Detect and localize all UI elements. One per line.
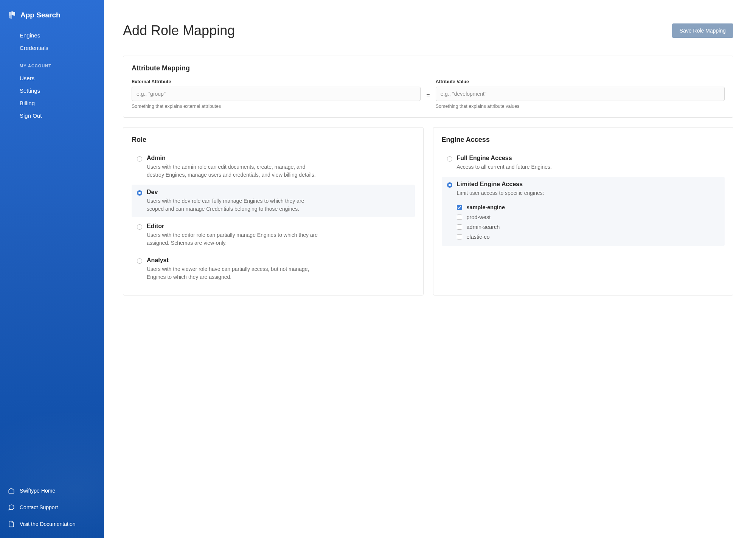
- nav-item-credentials[interactable]: Credentials: [0, 42, 104, 54]
- checkbox-icon: [457, 205, 462, 210]
- nav-item-engines[interactable]: Engines: [0, 29, 104, 42]
- panel-title: Role: [132, 136, 415, 144]
- external-attribute-label: External Attribute: [132, 79, 421, 84]
- engine-access-option-full[interactable]: Full Engine AccessAccess to all current …: [442, 151, 725, 175]
- role-name: Editor: [147, 223, 410, 230]
- engine-access-option-limited[interactable]: Limited Engine AccessLimit user access t…: [442, 177, 725, 246]
- attribute-mapping-panel: Attribute Mapping External Attribute Som…: [123, 56, 733, 118]
- checkbox-icon: [457, 215, 462, 220]
- main-content: Add Role Mapping Save Role Mapping Attri…: [104, 0, 756, 538]
- nav-item-signout[interactable]: Sign Out: [0, 109, 104, 122]
- brand-name: App Search: [20, 11, 61, 19]
- nav-account-section: MY ACCOUNT Users Settings Billing Sign O…: [0, 64, 104, 122]
- external-attribute-help: Something that explains external attribu…: [132, 104, 421, 109]
- access-desc: Access to all current and future Engines…: [457, 163, 631, 171]
- attribute-value-help: Something that explains attribute values: [436, 104, 725, 109]
- radio-icon: [447, 182, 452, 188]
- engine-label: prod-west: [467, 214, 491, 220]
- role-name: Analyst: [147, 257, 410, 264]
- sidebar-bottom-links: Swiftype Home Contact Support Visit the …: [0, 482, 104, 538]
- brand: App Search: [0, 8, 104, 29]
- engine-checkbox-admin-search[interactable]: admin-search: [457, 222, 720, 232]
- access-name: Limited Engine Access: [457, 181, 720, 188]
- engine-checkbox-prod-west[interactable]: prod-west: [457, 212, 720, 222]
- app-logo-icon: [8, 11, 17, 20]
- role-option-dev[interactable]: DevUsers with the dev role can fully man…: [132, 185, 415, 217]
- doc-icon: [8, 520, 15, 528]
- equals-sign: =: [426, 90, 430, 99]
- engine-label: elastic-co: [467, 234, 490, 240]
- panel-title: Attribute Mapping: [132, 64, 725, 72]
- role-desc: Users with the editor role can partially…: [147, 231, 321, 247]
- attribute-value-label: Attribute Value: [436, 79, 725, 84]
- role-desc: Users with the viewer role have can part…: [147, 265, 321, 281]
- role-desc: Users with the dev role can fully manage…: [147, 197, 321, 213]
- role-panel: Role AdminUsers with the admin role can …: [123, 127, 424, 295]
- panel-title: Engine Access: [442, 136, 725, 144]
- role-option-analyst[interactable]: AnalystUsers with the viewer role have c…: [132, 253, 415, 285]
- engine-checkbox-elastic-co[interactable]: elastic-co: [457, 232, 720, 242]
- radio-icon: [137, 190, 142, 196]
- nav-account-header: MY ACCOUNT: [0, 64, 104, 72]
- nav-item-users[interactable]: Users: [0, 72, 104, 84]
- engine-access-panel: Engine Access Full Engine AccessAccess t…: [433, 127, 734, 295]
- engine-label: sample-engine: [467, 204, 505, 210]
- external-attribute-input[interactable]: [132, 87, 421, 101]
- role-name: Admin: [147, 155, 410, 162]
- nav-item-settings[interactable]: Settings: [0, 84, 104, 97]
- sidebar: App Search Engines Credentials MY ACCOUN…: [0, 0, 104, 538]
- link-swiftype-home[interactable]: Swiftype Home: [0, 482, 104, 499]
- link-documentation[interactable]: Visit the Documentation: [0, 516, 104, 532]
- access-desc: Limit user access to specific engines:: [457, 189, 631, 197]
- attribute-value-input[interactable]: [436, 87, 725, 101]
- checkbox-icon: [457, 234, 462, 239]
- engine-checkbox-list: sample-engineprod-westadmin-searchelasti…: [457, 202, 720, 242]
- radio-icon: [447, 156, 452, 162]
- access-name: Full Engine Access: [457, 155, 720, 162]
- radio-icon: [137, 156, 142, 162]
- engine-checkbox-sample-engine[interactable]: sample-engine: [457, 202, 720, 212]
- chat-icon: [8, 504, 15, 511]
- radio-icon: [137, 224, 142, 230]
- link-contact-support[interactable]: Contact Support: [0, 499, 104, 516]
- link-label: Swiftype Home: [20, 488, 55, 494]
- role-desc: Users with the admin role can edit docum…: [147, 163, 321, 179]
- radio-icon: [137, 258, 142, 264]
- save-role-mapping-button[interactable]: Save Role Mapping: [672, 23, 733, 38]
- page-title: Add Role Mapping: [123, 23, 235, 39]
- link-label: Visit the Documentation: [20, 521, 76, 527]
- role-option-admin[interactable]: AdminUsers with the admin role can edit …: [132, 151, 415, 183]
- engine-label: admin-search: [467, 224, 500, 230]
- page-header: Add Role Mapping Save Role Mapping: [123, 23, 733, 39]
- nav-primary-section: Engines Credentials: [0, 29, 104, 54]
- role-name: Dev: [147, 189, 410, 196]
- checkbox-icon: [457, 224, 462, 230]
- home-icon: [8, 487, 15, 494]
- link-label: Contact Support: [20, 504, 58, 510]
- role-option-editor[interactable]: EditorUsers with the editor role can par…: [132, 219, 415, 251]
- nav-item-billing[interactable]: Billing: [0, 97, 104, 109]
